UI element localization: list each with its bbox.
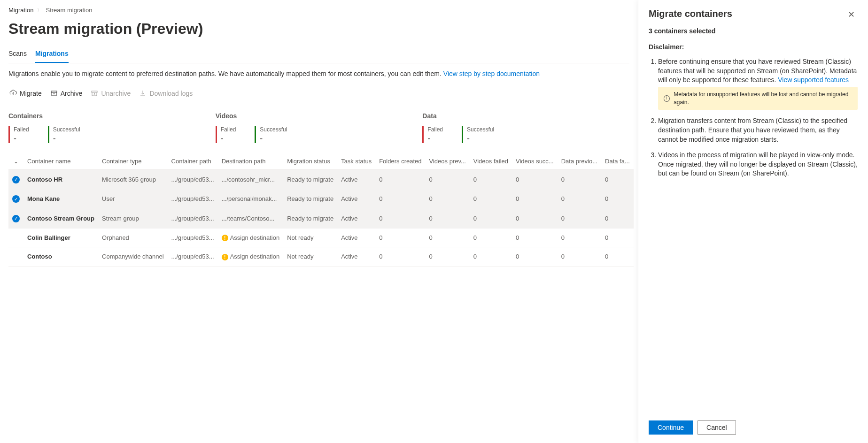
containers-table: ⌄ Container name Container type Containe…: [8, 153, 634, 267]
column-dpath[interactable]: Destination path: [218, 153, 284, 170]
containers-failed-value: -: [14, 134, 29, 144]
stats-containers-title: Containers: [8, 112, 216, 120]
continue-button[interactable]: Continue: [649, 420, 693, 435]
tab-scans[interactable]: Scans: [8, 46, 27, 63]
cancel-button[interactable]: Cancel: [698, 420, 736, 435]
stats-row: Containers Failed- Successful- Videos Fa…: [8, 112, 629, 144]
cell-dpath: .../personal/monak...: [218, 189, 284, 209]
column-dprev[interactable]: Data previo...: [558, 153, 601, 170]
stats-data-title: Data: [422, 112, 629, 120]
containers-success-value: -: [53, 134, 80, 144]
cell-folders: 0: [375, 189, 425, 209]
cell-dfail: 0: [601, 209, 634, 229]
cell-folders: 0: [375, 228, 425, 247]
close-button[interactable]: ✕: [845, 8, 858, 21]
cell-type: Microsoft 365 group: [98, 170, 168, 190]
breadcrumb-root[interactable]: Migration: [8, 7, 33, 14]
containers-success-label: Successful: [53, 126, 80, 133]
checkmark-icon[interactable]: ✓: [12, 215, 20, 222]
column-vsucc[interactable]: Videos succ...: [512, 153, 558, 170]
download-icon: [139, 90, 147, 97]
disclaimer-item-3: Videos in the process of migration will …: [658, 151, 858, 178]
table-row[interactable]: Contoso Companywide channel .../group/ed…: [8, 247, 634, 267]
cell-dpath: .../contosohr_micr...: [218, 170, 284, 190]
column-vfail[interactable]: Videos failed: [470, 153, 512, 170]
column-type[interactable]: Container type: [98, 153, 168, 170]
table-row[interactable]: ✓ Contoso Stream Group Stream group .../…: [8, 209, 634, 229]
cell-name: Colin Ballinger: [23, 228, 98, 247]
checkmark-icon[interactable]: ✓: [12, 176, 20, 183]
cell-dpath: !Assign destination: [218, 228, 284, 247]
page-title: Stream migration (Preview): [8, 20, 629, 38]
cell-vprev: 0: [426, 209, 470, 229]
warning-icon: !: [222, 254, 228, 260]
table-row[interactable]: ✓ Mona Kane User .../group/ed53... .../p…: [8, 189, 634, 209]
cell-dprev: 0: [558, 228, 601, 247]
panel-title: Migrate containers: [649, 8, 732, 19]
supported-features-link[interactable]: View supported features: [778, 76, 849, 84]
cell-mstatus: Ready to migrate: [283, 189, 337, 209]
success-bar-icon: [462, 126, 463, 143]
cell-cpath: .../group/ed53...: [168, 228, 218, 247]
close-icon: ✕: [848, 10, 855, 19]
description-text: Migrations enable you to migrate content…: [8, 70, 443, 77]
cell-vfail: 0: [470, 170, 512, 190]
cell-cpath: .../group/ed53...: [168, 170, 218, 190]
cell-vfail: 0: [470, 189, 512, 209]
cell-name: Mona Kane: [23, 189, 98, 209]
assign-destination-link[interactable]: Assign destination: [230, 234, 280, 241]
cell-name: Contoso Stream Group: [23, 209, 98, 229]
column-dfail[interactable]: Data fa...: [601, 153, 634, 170]
warning-icon: !: [222, 235, 228, 241]
unarchive-icon: [91, 90, 98, 97]
disclaimer-item-2: Migration transfers content from Stream …: [658, 116, 858, 144]
success-bar-icon: [255, 126, 256, 143]
info-text: Metadata for unsupported features will b…: [674, 91, 852, 107]
cell-vsucc: 0: [512, 247, 558, 267]
column-select-all[interactable]: ⌄: [8, 153, 23, 170]
info-icon: i: [664, 95, 670, 102]
cell-dprev: 0: [558, 247, 601, 267]
failed-bar-icon: [422, 126, 424, 143]
cell-mstatus: Not ready: [283, 247, 337, 267]
migrate-button[interactable]: Migrate: [8, 88, 43, 99]
breadcrumb: Migration 〉 Stream migration: [8, 7, 629, 14]
download-label: Download logs: [149, 90, 193, 97]
migrate-label: Migrate: [20, 90, 42, 97]
cell-name: Contoso: [23, 247, 98, 267]
failed-bar-icon: [216, 126, 217, 143]
cell-dprev: 0: [558, 189, 601, 209]
column-cpath[interactable]: Container path: [168, 153, 218, 170]
failed-bar-icon: [8, 126, 10, 143]
cell-dprev: 0: [558, 209, 601, 229]
cell-folders: 0: [375, 209, 425, 229]
checkmark-icon[interactable]: ✓: [12, 195, 20, 203]
column-name[interactable]: Container name: [23, 153, 98, 170]
column-tstatus[interactable]: Task status: [337, 153, 375, 170]
column-folders[interactable]: Folders created: [375, 153, 425, 170]
table-row[interactable]: Colin Ballinger Orphaned .../group/ed53.…: [8, 228, 634, 247]
documentation-link[interactable]: View step by step documentation: [443, 70, 540, 77]
cell-cpath: .../group/ed53...: [168, 189, 218, 209]
cell-vsucc: 0: [512, 228, 558, 247]
tab-migrations[interactable]: Migrations: [35, 46, 69, 63]
cell-tstatus: Active: [337, 170, 375, 190]
cell-name: Contoso HR: [23, 170, 98, 190]
table-row[interactable]: ✓ Contoso HR Microsoft 365 group .../gro…: [8, 170, 634, 190]
cell-type: User: [98, 189, 168, 209]
cell-tstatus: Active: [337, 189, 375, 209]
stats-videos-title: Videos: [216, 112, 423, 120]
unarchive-button: Unarchive: [90, 88, 132, 99]
column-vprev[interactable]: Videos prev...: [426, 153, 470, 170]
cell-vprev: 0: [426, 228, 470, 247]
tabs: Scans Migrations: [8, 46, 629, 63]
migrate-panel: Migrate containers ✕ 3 containers select…: [638, 0, 868, 443]
column-mstatus[interactable]: Migration status: [283, 153, 337, 170]
cell-vsucc: 0: [512, 170, 558, 190]
cell-vprev: 0: [426, 170, 470, 190]
breadcrumb-current: Stream migration: [46, 7, 92, 14]
chevron-down-icon: ⌄: [14, 158, 18, 165]
assign-destination-link[interactable]: Assign destination: [230, 253, 280, 260]
archive-button[interactable]: Archive: [49, 88, 84, 99]
cell-cpath: .../group/ed53...: [168, 247, 218, 267]
